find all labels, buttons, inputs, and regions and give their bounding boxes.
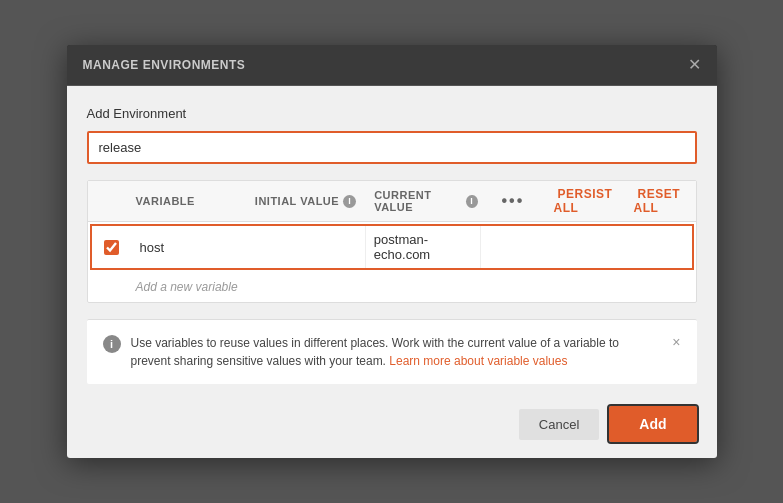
current-value-info-icon[interactable]: i [466, 195, 477, 208]
initial-value-cell [248, 241, 365, 253]
row-dots-cell [481, 241, 541, 253]
persist-all-link[interactable]: Persist All [554, 187, 613, 215]
col-header-current-value: CURRENT VALUE i [366, 189, 485, 213]
modal-title: MANAGE ENVIRONMENTS [83, 58, 246, 72]
table-row: host postman-echo.com [90, 224, 694, 270]
cancel-button[interactable]: Cancel [519, 409, 599, 440]
add-variable-row[interactable]: Add a new variable [88, 272, 696, 302]
info-banner-icon: i [103, 335, 121, 353]
col-header-persist-all: Persist All [546, 187, 626, 215]
modal-header: MANAGE ENVIRONMENTS ✕ [67, 45, 717, 86]
col-header-reset-all: Reset All [626, 187, 696, 215]
modal-footer: Cancel Add [67, 394, 717, 458]
variable-name-cell: host [132, 234, 249, 261]
learn-more-link[interactable]: Learn more about variable values [389, 354, 567, 368]
table-header: VARIABLE INITIAL VALUE i CURRENT VALUE i [88, 181, 696, 222]
table-dots-button[interactable]: ••• [494, 192, 533, 209]
initial-value-info-icon[interactable]: i [343, 195, 356, 208]
variables-table: VARIABLE INITIAL VALUE i CURRENT VALUE i [87, 180, 697, 303]
row-checkbox-cell [92, 234, 132, 261]
manage-environments-modal: MANAGE ENVIRONMENTS ✕ Add Environment VA… [67, 45, 717, 458]
col-header-initial-value: INITIAL VALUE i [247, 195, 366, 208]
info-banner-text: Use variables to reuse values in differe… [131, 334, 663, 370]
add-button[interactable]: Add [609, 406, 696, 442]
col-header-variable: VARIABLE [128, 195, 247, 207]
add-environment-label: Add Environment [87, 106, 697, 121]
info-banner-close-button[interactable]: × [672, 334, 680, 350]
environment-name-input[interactable] [87, 131, 697, 164]
row-reset-cell [621, 241, 691, 253]
close-modal-button[interactable]: ✕ [688, 57, 701, 73]
row-persist-cell [541, 241, 621, 253]
info-banner: i Use variables to reuse values in diffe… [87, 319, 697, 384]
modal-overlay: MANAGE ENVIRONMENTS ✕ Add Environment VA… [0, 0, 783, 503]
current-value-cell: postman-echo.com [365, 226, 482, 268]
modal-body: Add Environment VARIABLE INITIAL VALUE i [67, 86, 717, 394]
col-header-dots: ••• [486, 192, 546, 210]
variable-checkbox[interactable] [104, 240, 119, 255]
reset-all-link[interactable]: Reset All [634, 187, 681, 215]
